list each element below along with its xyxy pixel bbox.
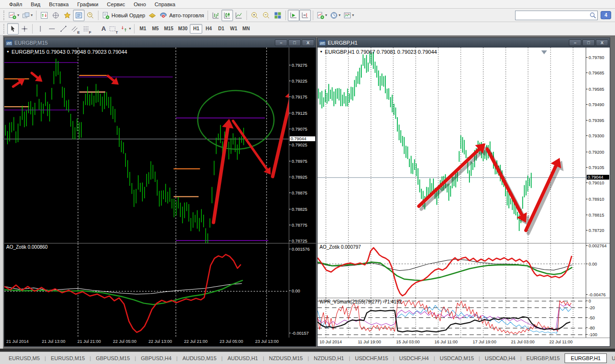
left-chart-ohlc-label[interactable]: ▼EURGBP,M15 0.79043 0.79048 0.79023 0.79… — [6, 49, 127, 55]
time-axis-label: 21 Jul 2014 — [6, 339, 29, 344]
menu-item-service[interactable]: Сервис — [103, 0, 130, 8]
minimize-button[interactable]: – — [569, 39, 581, 46]
dropdown-caret-icon[interactable]: ▾ — [31, 13, 33, 17]
chart-tab-audusd-m15[interactable]: AUDUSD,M15 — [178, 354, 221, 363]
dropdown-caret-icon[interactable]: ▾ — [325, 13, 327, 17]
timeframe-m30-button[interactable]: M30 — [176, 24, 190, 34]
maximize-button[interactable]: □ — [582, 39, 595, 46]
search-input[interactable] — [515, 11, 598, 20]
close-button[interactable]: X — [596, 39, 608, 46]
strategy-tester-button[interactable] — [85, 10, 96, 21]
cursor-button[interactable] — [7, 23, 19, 35]
timeframe-m1-button[interactable]: M1 — [136, 24, 149, 34]
right-chart-ohlc-label[interactable]: ▼EURGBP,H1 0.79067 0.79081 0.79023 0.790… — [320, 49, 437, 55]
navigator-button[interactable] — [62, 10, 73, 21]
dropdown-caret-icon[interactable]: ▾ — [17, 13, 19, 17]
equidistant-channel-button[interactable]: E — [69, 23, 81, 35]
maximize-button[interactable]: □ — [288, 39, 301, 46]
timeframe-h4-button[interactable]: H4 — [202, 24, 215, 34]
chart-tab-nzdusd-m15[interactable]: NZDUSD,M15 — [264, 354, 308, 363]
crosshair-button[interactable] — [19, 23, 30, 35]
indicator-axis-label: 0.002764 — [589, 243, 607, 248]
chart-tab-usdchf-h4[interactable]: USDCHF,H4 — [394, 354, 434, 363]
zoom-in-icon — [251, 12, 258, 19]
chart-tab-eurgbp-h1[interactable]: EURGBP,H1 — [565, 353, 607, 363]
left-window-titlebar[interactable]: EURGBP,M15 – □ X — [4, 38, 316, 48]
terminal-button[interactable] — [73, 10, 85, 21]
menu-item-help[interactable]: Справка — [150, 0, 180, 8]
toolbar-grip[interactable] — [3, 11, 6, 20]
bars-chart-button[interactable] — [210, 10, 221, 21]
tile-windows-button[interactable] — [272, 10, 283, 21]
timeframe-h1-button[interactable]: H1 — [190, 24, 202, 34]
dropdown-caret-icon[interactable]: ▾ — [339, 13, 341, 17]
right-window-titlebar[interactable]: EURGBP,H1 – □ X — [318, 38, 610, 48]
zoom-out-button[interactable] — [260, 10, 272, 21]
timeframe-mn-button[interactable]: MN — [240, 24, 252, 34]
chart-tab-gbpusd-h4[interactable]: GBPUSD,H4 — [136, 354, 176, 363]
chart-tab-usdcad-h4[interactable]: USDCAD,H4 — [480, 354, 520, 363]
text-tool-button[interactable]: A — [92, 23, 107, 35]
vertical-line-button[interactable] — [35, 23, 46, 35]
symbol-dropdown-icon[interactable]: ▼ — [320, 50, 323, 53]
menu-item-view[interactable]: Вид — [26, 0, 45, 8]
chart-shift-button[interactable] — [299, 10, 311, 21]
right-ao-indicator-pane[interactable]: AO_Zotik 0.000797 — [318, 243, 586, 298]
chart-tab-eurgbp-m15[interactable]: EURGBP,M15 — [522, 354, 565, 363]
indicators-list-button[interactable]: ▾ — [315, 10, 329, 21]
auto-trading-button[interactable]: Авто-торговля — [158, 10, 206, 21]
docked-panel-strip[interactable] — [0, 36, 3, 349]
chart-tab-eurusd-m15[interactable]: EURUSD,M15 — [46, 354, 90, 363]
minimize-button[interactable]: – — [275, 39, 287, 46]
toolbar-separator — [36, 11, 37, 20]
left-chart-main-pane[interactable]: ▼EURGBP,M15 0.79043 0.79048 0.79023 0.79… — [4, 48, 289, 243]
dropdown-caret-icon[interactable]: ▾ — [352, 13, 354, 17]
data-window-button[interactable] — [50, 10, 62, 21]
chart-tab-usdchf-m15[interactable]: USDCHF,M15 — [350, 354, 393, 363]
symbol-dropdown-icon[interactable]: ▼ — [6, 50, 10, 53]
arrow-tools-button[interactable]: ▾ — [119, 23, 132, 35]
timeframe-w1-button[interactable]: W1 — [227, 24, 240, 34]
menu-item-file[interactable]: Файл — [5, 0, 26, 8]
market-watch-button[interactable] — [38, 10, 50, 21]
time-axis-label: 23 Jul 13:00 — [255, 339, 279, 344]
timeframe-d1-button[interactable]: D1 — [215, 24, 227, 34]
menu-item-charts[interactable]: Графики — [73, 0, 103, 8]
chart-tab-eurusd-m5[interactable]: EURUSD,M5 — [4, 354, 45, 363]
toolbar-grip[interactable] — [3, 24, 6, 34]
templates-button[interactable]: ▾ — [342, 10, 356, 21]
dropdown-caret-icon[interactable]: ▾ — [129, 26, 131, 31]
auto-scroll-button[interactable] — [288, 10, 299, 21]
metaeditor-button[interactable] — [147, 10, 158, 21]
right-chart-main-pane[interactable]: ▼EURGBP,H1 0.79067 0.79081 0.79023 0.790… — [318, 48, 586, 243]
trendline-button[interactable] — [58, 23, 69, 35]
candles-chart-button[interactable] — [221, 10, 233, 21]
chart-profiles-button[interactable]: ▾ — [21, 10, 34, 21]
fibonacci-button[interactable]: F — [81, 23, 92, 35]
menu-item-insert[interactable]: Вставка — [45, 0, 73, 8]
indicator-axis-label: -80 — [589, 326, 595, 330]
community-badge[interactable]: 4 — [601, 11, 611, 19]
menu-item-window[interactable]: Окно — [129, 0, 150, 8]
left-ao-indicator-pane[interactable]: AO_Zotik 0.000860 — [4, 243, 289, 338]
timeframe-m15-button[interactable]: M15 — [161, 24, 175, 34]
search-icon[interactable] — [590, 12, 596, 19]
data-window-icon — [52, 12, 60, 19]
right-wpr-indicator-pane[interactable]: WPR_VSmark(21|55|79|277) -71.4152 — [318, 298, 586, 338]
timeframe-m5-button[interactable]: M5 — [149, 24, 161, 34]
text-label-button[interactable]: T — [107, 23, 119, 35]
chart-tab-usdcad-m15[interactable]: USDCAD,M15 — [435, 354, 479, 363]
periods-list-button[interactable]: ▾ — [329, 10, 342, 21]
chart-tab-audusd-h1[interactable]: AUDUSD,H1 — [222, 354, 263, 363]
line-chart-button[interactable] — [233, 10, 245, 21]
close-button[interactable]: X — [302, 39, 314, 46]
new-order-button[interactable]: Новый Ордер — [100, 10, 147, 21]
new-chart-button[interactable]: ▾ — [7, 10, 21, 21]
chart-tab-usdjpy-m15[interactable]: USDJPY,M15 — [607, 354, 615, 363]
indicator-axis-label: 0.00 — [292, 289, 300, 293]
zoom-in-button[interactable] — [249, 10, 260, 21]
chart-tab-gbpusd-m15[interactable]: GBPUSD,M15 — [91, 354, 135, 363]
horizontal-line-button[interactable] — [46, 23, 58, 35]
right-price-axis: 0.797800.796850.795850.794900.793950.793… — [586, 48, 610, 243]
chart-tab-nzdusd-h1[interactable]: NZDUSD,H1 — [309, 354, 349, 363]
